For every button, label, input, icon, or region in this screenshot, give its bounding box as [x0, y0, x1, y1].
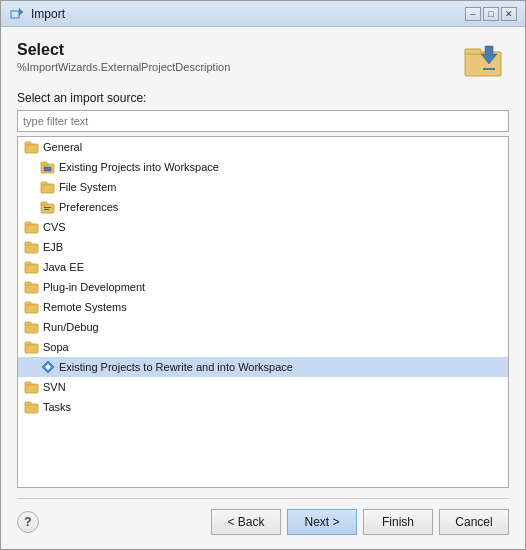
cancel-button[interactable]: Cancel	[439, 509, 509, 535]
footer-right: < Back Next > Finish Cancel	[211, 509, 509, 535]
svg-rect-29	[25, 322, 31, 325]
tree-item-icon	[40, 199, 56, 215]
tree-item[interactable]: Preferences	[18, 197, 508, 217]
finish-button[interactable]: Finish	[363, 509, 433, 535]
tree-item-label: Sopa	[43, 341, 69, 353]
svg-rect-10	[41, 162, 47, 165]
tree-item-icon	[24, 139, 40, 155]
svg-rect-8	[25, 142, 31, 145]
page-title: Select	[17, 41, 230, 59]
tree-item[interactable]: Existing Projects to Rewrite and into Wo…	[18, 357, 508, 377]
tree-item-icon	[40, 159, 56, 175]
footer-left: ?	[17, 511, 39, 533]
svg-rect-27	[25, 302, 31, 305]
tree-item-label: CVS	[43, 221, 66, 233]
close-button[interactable]: ✕	[501, 7, 517, 21]
tree-item[interactable]: Existing Projects into Workspace	[18, 157, 508, 177]
maximize-button[interactable]: □	[483, 7, 499, 21]
svg-rect-25	[25, 282, 31, 285]
tree-item[interactable]: CVS	[18, 217, 508, 237]
tree-item[interactable]: Plug-in Development	[18, 277, 508, 297]
svg-rect-6	[483, 68, 495, 70]
svg-rect-4	[465, 49, 481, 54]
svg-rect-19	[25, 222, 31, 225]
svg-rect-15	[41, 202, 47, 205]
tree-item[interactable]: Remote Systems	[18, 297, 508, 317]
tree-item-icon	[24, 299, 40, 315]
tree-item-label: SVN	[43, 381, 66, 393]
filter-label: Select an import source:	[17, 91, 509, 105]
tree-item-icon	[24, 279, 40, 295]
tree-item-label: Run/Debug	[43, 321, 99, 333]
svg-rect-13	[41, 182, 47, 185]
tree-item-label: Existing Projects to Rewrite and into Wo…	[59, 361, 293, 373]
help-button[interactable]: ?	[17, 511, 39, 533]
tree-item-label: File System	[59, 181, 116, 193]
tree-item[interactable]: Tasks	[18, 397, 508, 417]
svg-rect-35	[25, 382, 31, 385]
page-subtitle: %ImportWizards.ExternalProjectDescriptio…	[17, 61, 230, 73]
tree-item-label: Remote Systems	[43, 301, 127, 313]
filter-input[interactable]	[17, 110, 509, 132]
tree-item-label: Existing Projects into Workspace	[59, 161, 219, 173]
back-button[interactable]: < Back	[211, 509, 281, 535]
tree-item[interactable]: Run/Debug	[18, 317, 508, 337]
page-title-block: Select %ImportWizards.ExternalProjectDes…	[17, 41, 230, 73]
title-bar-controls: – □ ✕	[465, 7, 517, 21]
window-title: Import	[31, 7, 65, 21]
dialog-content: Select %ImportWizards.ExternalProjectDes…	[1, 27, 525, 549]
tree-item-icon	[24, 319, 40, 335]
title-bar: Import – □ ✕	[1, 1, 525, 27]
tree-item-label: Java EE	[43, 261, 84, 273]
tree-item[interactable]: File System	[18, 177, 508, 197]
tree-item[interactable]: EJB	[18, 237, 508, 257]
tree-item-icon	[40, 359, 56, 375]
svg-rect-21	[25, 242, 31, 245]
window-icon	[9, 6, 25, 22]
svg-rect-0	[11, 11, 19, 18]
tree-item-icon	[24, 379, 40, 395]
tree-item-icon	[40, 179, 56, 195]
tree-item-label: Preferences	[59, 201, 118, 213]
tree-item-icon	[24, 259, 40, 275]
svg-rect-31	[25, 342, 31, 345]
page-header: Select %ImportWizards.ExternalProjectDes…	[17, 41, 509, 81]
tree-item-label: Tasks	[43, 401, 71, 413]
svg-rect-37	[25, 402, 31, 405]
tree-item[interactable]: General	[18, 137, 508, 157]
tree-item-icon	[24, 399, 40, 415]
tree-item[interactable]: Sopa	[18, 337, 508, 357]
tree-item-label: Plug-in Development	[43, 281, 145, 293]
tree-list: General Existing Projects into Workspace…	[18, 137, 508, 417]
import-dialog: Import – □ ✕ Select %ImportWizards.Exter…	[0, 0, 526, 550]
tree-item-icon	[24, 339, 40, 355]
tree-item-label: General	[43, 141, 82, 153]
minimize-button[interactable]: –	[465, 7, 481, 21]
header-icon	[461, 41, 509, 81]
tree-item-icon	[24, 239, 40, 255]
tree-item[interactable]: SVN	[18, 377, 508, 397]
title-bar-left: Import	[9, 6, 65, 22]
footer: ? < Back Next > Finish Cancel	[17, 498, 509, 535]
svg-rect-23	[25, 262, 31, 265]
tree-container: General Existing Projects into Workspace…	[17, 136, 509, 488]
next-button[interactable]: Next >	[287, 509, 357, 535]
svg-rect-11	[44, 167, 51, 171]
tree-item-icon	[24, 219, 40, 235]
tree-item[interactable]: Java EE	[18, 257, 508, 277]
tree-item-label: EJB	[43, 241, 63, 253]
